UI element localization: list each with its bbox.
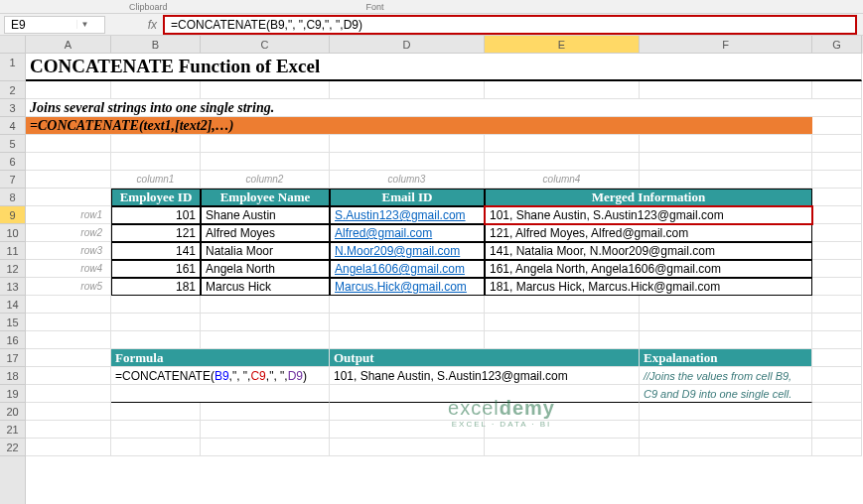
cell-merged[interactable]: 141, Natalia Moor, N.Moor209@gmail.com <box>485 242 812 260</box>
row-header-15[interactable]: 15 <box>0 314 25 331</box>
cell[interactable] <box>330 81 485 99</box>
col-header-E[interactable]: E <box>485 36 640 54</box>
cell-merged-selected[interactable]: 101, Shane Austin, S.Austin123@gmail.com <box>485 206 812 224</box>
col-header-A[interactable]: A <box>26 36 111 54</box>
cell[interactable] <box>812 99 862 117</box>
cell-email[interactable]: S.Austin123@gmail.com <box>330 206 485 224</box>
row-header-1[interactable]: 1 <box>0 54 25 81</box>
cell[interactable] <box>812 81 862 99</box>
cell[interactable] <box>812 260 862 278</box>
cell[interactable] <box>485 81 640 99</box>
cell[interactable] <box>812 349 862 367</box>
row-header-20[interactable]: 20 <box>0 403 25 421</box>
row-header-22[interactable]: 22 <box>0 439 25 456</box>
cell-emp-name[interactable]: Shane Austin <box>201 206 330 224</box>
cell[interactable] <box>640 331 812 349</box>
cell[interactable] <box>111 81 201 99</box>
cell[interactable] <box>812 224 862 242</box>
cell[interactable] <box>26 153 111 171</box>
cell-emp-id[interactable]: 181 <box>111 278 201 296</box>
col-header-G[interactable]: G <box>812 36 862 54</box>
grid[interactable]: CONCATENATE Function of Excel Joins seve… <box>26 54 863 456</box>
cell[interactable] <box>485 314 640 331</box>
cell-email[interactable]: Marcus.Hick@gmail.com <box>330 278 485 296</box>
row-header-10[interactable]: 10 <box>0 224 25 242</box>
cell[interactable] <box>812 54 862 81</box>
name-box-dropdown-icon[interactable]: ▼ <box>76 20 92 29</box>
col-header-F[interactable]: F <box>640 36 812 54</box>
cell[interactable] <box>111 296 201 314</box>
row-header-12[interactable]: 12 <box>0 260 25 278</box>
cell[interactable] <box>26 171 111 189</box>
cell[interactable] <box>812 278 862 296</box>
cell-emp-id[interactable]: 161 <box>111 260 201 278</box>
summary-formula[interactable]: =CONCATENATE(B9,", ",C9,", ",D9) <box>111 367 330 385</box>
cell[interactable] <box>640 153 812 171</box>
cell-emp-name[interactable]: Marcus Hick <box>201 278 330 296</box>
cell[interactable] <box>640 421 812 439</box>
cell-emp-name[interactable]: Alfred Moyes <box>201 224 330 242</box>
row-header-18[interactable]: 18 <box>0 367 25 385</box>
cell[interactable] <box>640 314 812 331</box>
cell[interactable] <box>111 403 201 421</box>
col-header-C[interactable]: C <box>201 36 330 54</box>
cell[interactable] <box>201 153 330 171</box>
cell[interactable] <box>812 314 862 331</box>
cell[interactable] <box>485 296 640 314</box>
row-header-17[interactable]: 17 <box>0 349 25 367</box>
summary-output[interactable]: 101, Shane Austin, S.Austin123@gmail.com <box>330 367 640 385</box>
cell-emp-name[interactable]: Angela North <box>201 260 330 278</box>
cell-emp-id[interactable]: 141 <box>111 242 201 260</box>
cell[interactable] <box>812 331 862 349</box>
row-header-9[interactable]: 9 <box>0 206 25 224</box>
name-box[interactable]: ▼ <box>4 16 105 34</box>
cell[interactable] <box>640 135 812 153</box>
cell[interactable] <box>640 403 812 421</box>
cell[interactable] <box>26 296 111 314</box>
row-header-6[interactable]: 6 <box>0 153 25 171</box>
cell[interactable] <box>812 367 862 385</box>
cell[interactable] <box>812 296 862 314</box>
cell[interactable] <box>485 135 640 153</box>
cell[interactable] <box>812 171 862 189</box>
cell[interactable] <box>201 135 330 153</box>
cell[interactable] <box>640 81 812 99</box>
col-header-B[interactable]: B <box>111 36 201 54</box>
cell[interactable] <box>330 135 485 153</box>
cell[interactable] <box>330 331 485 349</box>
cell[interactable] <box>26 314 111 331</box>
cell[interactable] <box>330 296 485 314</box>
cell[interactable] <box>111 314 201 331</box>
cell[interactable] <box>201 331 330 349</box>
cell[interactable] <box>111 439 201 456</box>
col-header-D[interactable]: D <box>330 36 485 54</box>
cell[interactable] <box>26 189 111 206</box>
cell[interactable] <box>812 117 862 135</box>
cell[interactable] <box>330 314 485 331</box>
cell[interactable] <box>111 153 201 171</box>
cell[interactable] <box>330 439 485 456</box>
row-header-19[interactable]: 19 <box>0 385 25 403</box>
row-header-13[interactable]: 13 <box>0 278 25 296</box>
cell[interactable] <box>812 403 862 421</box>
cell[interactable] <box>26 331 111 349</box>
cell[interactable] <box>111 135 201 153</box>
cell[interactable] <box>111 331 201 349</box>
row-header-4[interactable]: 4 <box>0 117 25 135</box>
cell[interactable] <box>812 189 862 206</box>
cell[interactable] <box>485 331 640 349</box>
cell[interactable] <box>201 314 330 331</box>
cell[interactable] <box>812 385 862 403</box>
cell[interactable] <box>812 242 862 260</box>
cell[interactable] <box>26 385 111 403</box>
cell[interactable] <box>26 349 111 367</box>
row-header-8[interactable]: 8 <box>0 189 25 206</box>
cell[interactable] <box>26 367 111 385</box>
cell[interactable] <box>640 296 812 314</box>
row-header-3[interactable]: 3 <box>0 99 25 117</box>
row-header-5[interactable]: 5 <box>0 135 25 153</box>
cell[interactable] <box>201 296 330 314</box>
select-all-corner[interactable] <box>0 36 25 54</box>
row-header-2[interactable]: 2 <box>0 81 25 99</box>
cell[interactable] <box>485 153 640 171</box>
